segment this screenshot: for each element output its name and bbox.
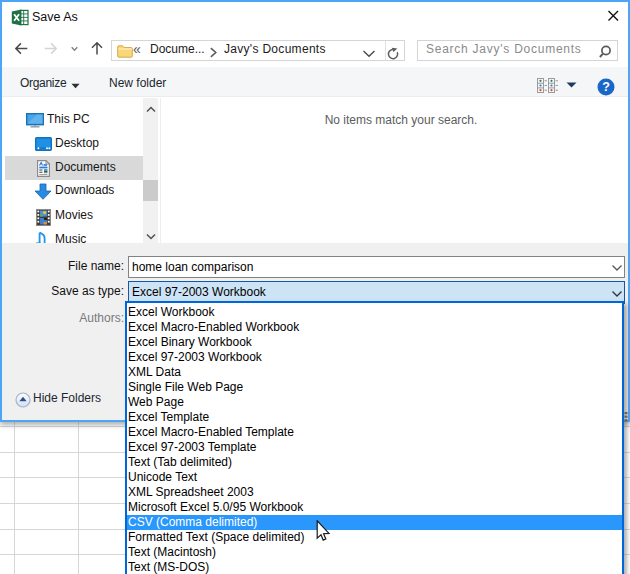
svg-text:?: ? xyxy=(602,80,610,94)
